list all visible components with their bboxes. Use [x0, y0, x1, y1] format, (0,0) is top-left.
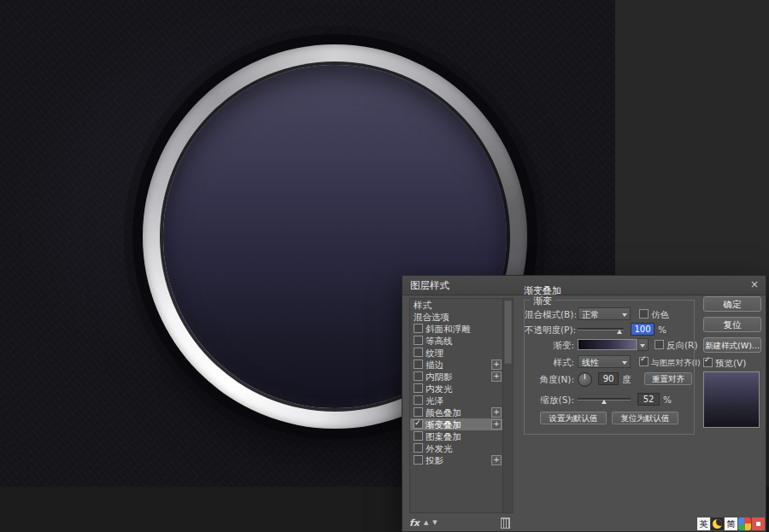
opacity-unit: % [658, 324, 666, 335]
make-default-button[interactable]: 设置为默认值 [540, 412, 607, 424]
blend-mode-row: 混合模式(B): 正常 仿色 [525, 307, 694, 321]
style-item-outer-glow[interactable]: 外发光 [410, 442, 503, 454]
fx-icon[interactable]: fx [409, 517, 420, 529]
ime-simplified-button[interactable]: 简 [725, 517, 737, 530]
group-label: 渐变 [530, 295, 555, 307]
slider-thumb-icon[interactable] [602, 400, 607, 404]
move-effect-down-icon[interactable]: ▼ [432, 519, 437, 526]
scrollbar-thumb[interactable] [504, 301, 512, 364]
scale-label: 缩放(S): [525, 395, 574, 406]
style-item-gradient-overlay[interactable]: ✓渐变叠加+ [410, 418, 503, 430]
checkbox[interactable] [414, 336, 423, 345]
checkbox[interactable] [414, 324, 423, 333]
scale-input[interactable]: 52 [637, 393, 660, 406]
chevron-down-icon [640, 344, 645, 348]
style-preview-thumbnail[interactable] [703, 371, 760, 428]
slider-thumb-icon[interactable] [617, 330, 622, 334]
gradient-group: 渐变 混合模式(B): 正常 仿色 不透明度(P): 100 % 渐变: [524, 300, 695, 435]
angle-input[interactable]: 90 [598, 372, 619, 385]
gradient-row: 渐变: 反向(R) [525, 338, 694, 352]
checkbox[interactable] [414, 395, 423, 405]
scale-unit: % [663, 395, 672, 405]
effects-toolbar: fx ▲ ▼ [409, 516, 514, 529]
angle-label: 角度(N): [525, 374, 574, 386]
checkbox[interactable] [414, 443, 423, 453]
angle-row: 角度(N): 90 度 重置对齐 [525, 372, 694, 386]
styles-header-item[interactable]: 样式 [410, 299, 503, 311]
checkbox [639, 309, 649, 319]
blending-options-item[interactable]: 混合选项 [410, 311, 503, 323]
style-item-color-overlay[interactable]: 颜色叠加+ [410, 406, 503, 418]
chevron-down-icon [622, 361, 627, 365]
style-item-inner-glow[interactable]: 内发光 [410, 383, 503, 395]
style-item-pattern-overlay[interactable]: 图案叠加 [410, 430, 503, 442]
style-item-satin[interactable]: 光泽 [410, 395, 503, 406]
checkbox[interactable] [414, 431, 423, 441]
angle-dial[interactable] [578, 372, 592, 387]
ime-skin-icon[interactable] [738, 517, 751, 530]
delete-effect-icon[interactable] [501, 517, 510, 529]
blend-mode-label: 混合模式(B): [525, 309, 574, 321]
cancel-button[interactable]: 复位 [703, 317, 761, 332]
move-effect-up-icon[interactable]: ▲ [424, 519, 428, 526]
style-row: 样式: 线性 ✓与图层对齐(I) [525, 355, 694, 369]
gradient-swatch[interactable] [578, 339, 637, 350]
add-effect-button[interactable]: + [491, 419, 502, 430]
angle-unit: 度 [622, 374, 631, 386]
style-item-drop-shadow[interactable]: 投影+ [410, 454, 503, 466]
gradient-label: 渐变: [525, 340, 574, 352]
checkbox[interactable]: ✓ [414, 419, 423, 429]
add-effect-button[interactable]: + [491, 407, 502, 418]
checkbox[interactable] [414, 348, 423, 357]
checkbox [655, 340, 664, 349]
reset-default-button[interactable]: 复位为默认值 [612, 412, 678, 424]
style-item-texture[interactable]: 纹理 [410, 347, 503, 359]
opacity-slider[interactable] [578, 328, 624, 330]
scale-row: 缩放(S): 52 % [525, 393, 694, 406]
opacity-input[interactable]: 100 [631, 323, 655, 336]
styles-panel: 样式 混合选项 斜面和浮雕 等高线 纹理 描边+ 内阴影+ 内发光 光泽 [409, 298, 514, 513]
ok-button[interactable]: 确定 [703, 296, 761, 312]
checkbox[interactable] [414, 407, 423, 417]
preview-checkbox[interactable]: ✓预览(V) [703, 358, 746, 370]
reset-alignment-button[interactable]: 重置对齐 [644, 372, 692, 385]
angle-needle-icon [584, 374, 585, 379]
add-effect-button[interactable]: + [491, 360, 502, 370]
defaults-row: 设置为默认值 复位为默认值 [525, 412, 694, 425]
reverse-checkbox[interactable]: 反向(R) [655, 340, 698, 352]
align-with-layer-checkbox[interactable]: ✓与图层对齐(I) [639, 357, 701, 369]
new-style-button[interactable]: 新建样式(W)... [703, 337, 761, 353]
scale-slider[interactable] [578, 398, 631, 400]
checkbox[interactable] [414, 360, 423, 369]
chevron-down-icon [622, 313, 627, 317]
gradient-style-select[interactable]: 线性 [578, 355, 631, 368]
checkbox[interactable] [414, 383, 423, 393]
checkbox[interactable] [414, 371, 423, 381]
style-label: 样式: [525, 357, 574, 369]
checkbox[interactable] [414, 455, 423, 465]
moon-icon[interactable] [711, 517, 724, 530]
close-icon[interactable]: × [748, 278, 761, 292]
add-effect-button[interactable]: + [491, 455, 502, 465]
layer-style-dialog: 图层样式 × 样式 混合选项 斜面和浮雕 等高线 纹理 描边+ 内阴影+ 内发光 [402, 275, 766, 532]
styles-list: 样式 混合选项 斜面和浮雕 等高线 纹理 描边+ 内阴影+ 内发光 光泽 [410, 299, 503, 512]
dialog-title: 图层样式 [402, 276, 766, 295]
checkbox: ✓ [703, 358, 713, 367]
ime-language-bar: 英 简 [697, 517, 765, 531]
styles-scrollbar[interactable] [502, 299, 513, 512]
style-item-inner-shadow[interactable]: 内阴影+ [410, 371, 503, 383]
ime-english-button[interactable]: 英 [697, 517, 710, 530]
opacity-label: 不透明度(P): [525, 324, 574, 336]
ime-settings-icon[interactable] [752, 517, 765, 530]
opacity-row: 不透明度(P): 100 % [525, 323, 694, 336]
gradient-picker-button[interactable] [637, 338, 649, 351]
style-item-stroke[interactable]: 描边+ [410, 359, 503, 371]
blend-mode-select[interactable]: 正常 [578, 307, 631, 320]
style-item-bevel-emboss[interactable]: 斜面和浮雕 [410, 323, 503, 335]
checkbox: ✓ [639, 357, 649, 366]
style-item-contour[interactable]: 等高线 [410, 335, 503, 347]
add-effect-button[interactable]: + [491, 371, 502, 382]
dither-checkbox[interactable]: 仿色 [639, 309, 669, 321]
